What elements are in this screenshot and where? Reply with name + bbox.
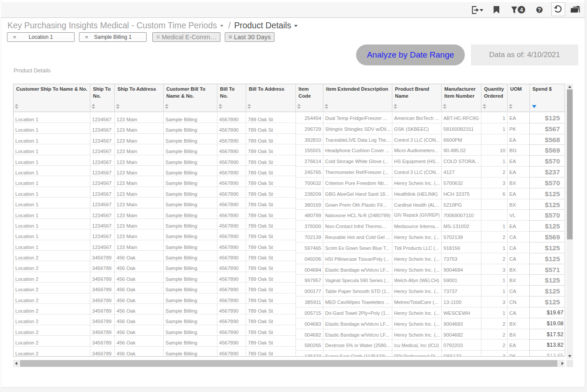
svg-text:4: 4	[520, 7, 523, 13]
svg-text:?: ?	[538, 7, 541, 13]
